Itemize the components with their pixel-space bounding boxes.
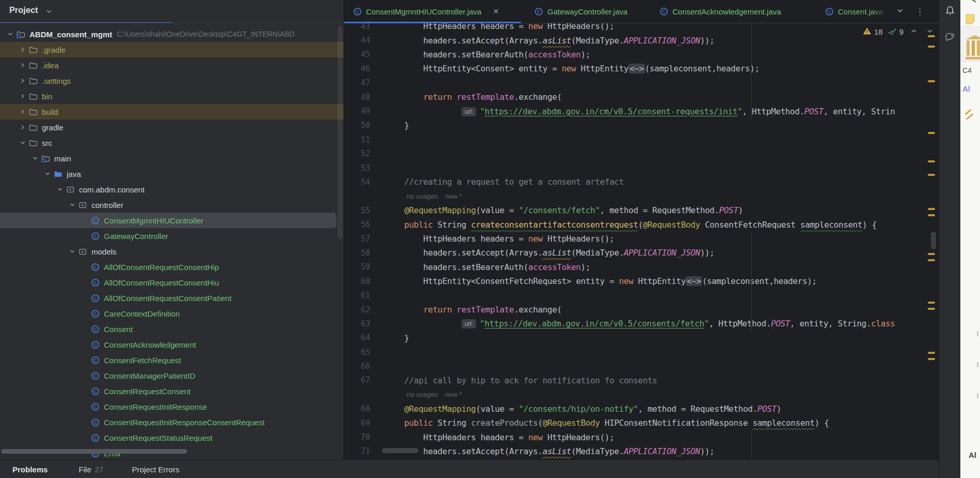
- code-line-53[interactable]: 53: [344, 161, 928, 175]
- code-line-51[interactable]: 51: [344, 132, 928, 146]
- tree-item--gradle[interactable]: .gradle: [0, 42, 344, 57]
- project-tree-vertical-scrollbar[interactable]: [338, 26, 343, 239]
- tab-options-kebab-icon[interactable]: ⋮: [915, 6, 924, 17]
- code-line-69[interactable]: 69 public String createProducts(@Request…: [344, 416, 928, 430]
- problems-tab-project-errors[interactable]: Project Errors: [132, 465, 179, 474]
- tree-item-build[interactable]: build: [0, 104, 344, 119]
- tab-consentmgmnthiucontroller-java[interactable]: CConsentMgmntHIUController.java✕: [344, 0, 521, 23]
- warning-stripe-marker[interactable]: [928, 214, 935, 216]
- inspections-widget[interactable]: 18 9: [863, 27, 933, 37]
- chevron-down-icon[interactable]: [5, 29, 16, 39]
- tree-item-consent[interactable]: CConsent: [0, 321, 344, 337]
- code-vision-inlay[interactable]: no usagesnew *: [344, 387, 928, 401]
- tree-item-consentmanagerpatientid[interactable]: CConsentManagerPatientID: [0, 368, 344, 383]
- tab-list-chevron-down-icon[interactable]: [896, 7, 904, 17]
- chevron-right-icon[interactable]: [18, 122, 28, 132]
- code-vision-inlay[interactable]: no usagesnew *: [344, 189, 928, 203]
- tab-consent-java[interactable]: CConsent.java: [804, 0, 889, 23]
- code-line-67[interactable]: 67 //api call by hip to ack for notifica…: [344, 374, 928, 387]
- code-viewport[interactable]: 43 HttpHeaders headers = new HttpHeaders…: [344, 23, 928, 459]
- code-line-49[interactable]: 49 url:"https://dev.abdm.gov.in/cm/v0.5/…: [344, 104, 928, 118]
- tab-consentacknowledgement-java[interactable]: CConsentAcknowledgement.java: [649, 0, 804, 23]
- warning-stripe-marker[interactable]: [928, 259, 935, 261]
- code-line-68[interactable]: 68 @RequestMapping(value = "/consents/hi…: [344, 402, 928, 416]
- code-line-65[interactable]: 65: [344, 345, 928, 359]
- chevron-right-icon[interactable]: [18, 44, 28, 55]
- code-line-46[interactable]: 46 HttpEntity<Consent> entity = new Http…: [344, 62, 928, 76]
- gradle-elephant-icon[interactable]: [943, 31, 957, 44]
- code-line-47[interactable]: 47: [344, 76, 928, 90]
- code-line-58[interactable]: 58 headers.setAccept(Arrays.asList(Media…: [344, 246, 928, 260]
- chevron-right-icon[interactable]: [18, 76, 28, 86]
- tree-item-consentfetchrequest[interactable]: CConsentFetchRequest: [0, 352, 344, 368]
- code-line-61[interactable]: 61: [344, 288, 928, 302]
- code-line-70[interactable]: 70 HttpHeaders headers = new HttpHeaders…: [344, 430, 928, 444]
- folded-generics-chip[interactable]: <~>: [629, 64, 645, 73]
- code-line-54[interactable]: 54 //creating a request to get a consent…: [344, 175, 928, 189]
- code-line-45[interactable]: 45 headers.setBearerAuth(accessToken);: [344, 48, 928, 62]
- warning-stripe-marker[interactable]: [928, 352, 935, 354]
- warning-stripe-marker[interactable]: [928, 174, 935, 176]
- code-line-50[interactable]: 50 }: [344, 118, 928, 132]
- folded-generics-chip[interactable]: <~>: [686, 276, 702, 286]
- close-icon[interactable]: ✕: [493, 8, 499, 15]
- chevron-right-icon[interactable]: [18, 107, 28, 117]
- tree-item-allofconsentrequestconsenthiu[interactable]: CAllOfConsentRequestConsentHiu: [0, 275, 344, 290]
- editor-vertical-scrollbar[interactable]: [931, 232, 936, 249]
- code-line-56[interactable]: 56 public String createconsentartifactco…: [344, 217, 928, 231]
- code-line-55[interactable]: 55 @RequestMapping(value = "/consents/fe…: [344, 203, 928, 217]
- tree-item-gradle[interactable]: gradle: [0, 119, 344, 135]
- tree-item-bin[interactable]: bin: [0, 88, 344, 104]
- tree-item-consentrequestinitresponse[interactable]: CConsentRequestInitResponse: [0, 399, 344, 414]
- tree-item-allofconsentrequestconsenthip[interactable]: CAllOfConsentRequestConsentHip: [0, 259, 344, 275]
- chevron-down-icon[interactable]: [45, 8, 53, 17]
- tree-item--idea[interactable]: .idea: [0, 57, 344, 73]
- chevron-down-icon[interactable]: [30, 153, 40, 163]
- tree-item-consentrequeststatusrequest[interactable]: CConsentRequestStatusRequest: [0, 430, 344, 445]
- usages-hint[interactable]: no usages: [407, 391, 438, 398]
- problems-title[interactable]: Problems: [12, 465, 48, 474]
- warning-stripe-marker[interactable]: [928, 80, 935, 82]
- notifications-bell-icon[interactable]: [943, 4, 957, 18]
- sliver-link-text[interactable]: Al: [962, 84, 970, 93]
- author-hint[interactable]: new *: [445, 192, 462, 200]
- code-line-64[interactable]: 64 }: [344, 331, 928, 345]
- code-line-60[interactable]: 60 HttpEntity<ConsentFetchRequest> entit…: [344, 274, 928, 288]
- tree-item-carecontextdefinition[interactable]: CCareContextDefinition: [0, 306, 344, 321]
- tree-item-src[interactable]: src: [0, 135, 344, 151]
- tree-item-consentrequestinitresponseconsentrequest[interactable]: CConsentRequestInitResponseConsentReques…: [0, 414, 344, 430]
- tree-item-consentacknowledgement[interactable]: CConsentAcknowledgement: [0, 337, 344, 352]
- warning-stripe-marker[interactable]: [928, 358, 935, 360]
- warning-stripe-marker[interactable]: [928, 302, 935, 304]
- code-line-57[interactable]: 57 HttpHeaders headers = new HttpHeaders…: [344, 232, 928, 246]
- code-line-71[interactable]: 71 headers.setAccept(Arrays.asList(Media…: [344, 444, 928, 458]
- warning-stripe-marker[interactable]: [928, 253, 935, 255]
- next-issue-chevron-down-icon[interactable]: [926, 27, 933, 36]
- tree-item-gatewaycontroller[interactable]: CGatewayController: [0, 228, 344, 244]
- warning-stripe-marker[interactable]: [928, 308, 935, 310]
- code-line-66[interactable]: 66: [344, 359, 928, 373]
- chevron-down-icon[interactable]: [67, 246, 78, 257]
- tree-item-consentmgmnthiucontroller[interactable]: CConsentMgmntHIUController: [0, 213, 344, 228]
- warning-stripe-marker[interactable]: [928, 160, 935, 162]
- tree-item--settings[interactable]: .settings: [0, 73, 344, 88]
- warning-stripe-marker[interactable]: [928, 208, 935, 210]
- project-tree-horizontal-scrollbar[interactable]: [1, 449, 187, 454]
- tab-gatewaycontroller-java[interactable]: CGatewayController.java: [521, 0, 649, 23]
- chevron-down-icon[interactable]: [67, 200, 78, 210]
- code-line-62[interactable]: 62 return restTemplate.exchange(: [344, 303, 928, 317]
- usages-hint[interactable]: no usages: [407, 192, 438, 200]
- tree-item-allofconsentrequestconsentpatient[interactable]: CAllOfConsentRequestConsentPatient: [0, 290, 344, 306]
- problems-tab-file[interactable]: File: [79, 465, 91, 474]
- code-line-52[interactable]: 52: [344, 147, 928, 161]
- chevron-down-icon[interactable]: [18, 138, 28, 148]
- tree-item-controller[interactable]: controller: [0, 197, 344, 213]
- tree-item-main[interactable]: main: [0, 151, 344, 166]
- chevron-right-icon[interactable]: [18, 91, 28, 101]
- tree-item-consentrequestconsent[interactable]: CConsentRequestConsent: [0, 383, 344, 399]
- tree-item-models[interactable]: models: [0, 244, 344, 259]
- code-line-44[interactable]: 44 headers.setAccept(Arrays.asList(Media…: [344, 33, 928, 47]
- chevron-right-icon[interactable]: [18, 60, 28, 70]
- author-hint[interactable]: new *: [445, 391, 462, 398]
- code-line-63[interactable]: 63 url:"https://dev.abdm.gov.in/cm/v0.5/…: [344, 317, 928, 331]
